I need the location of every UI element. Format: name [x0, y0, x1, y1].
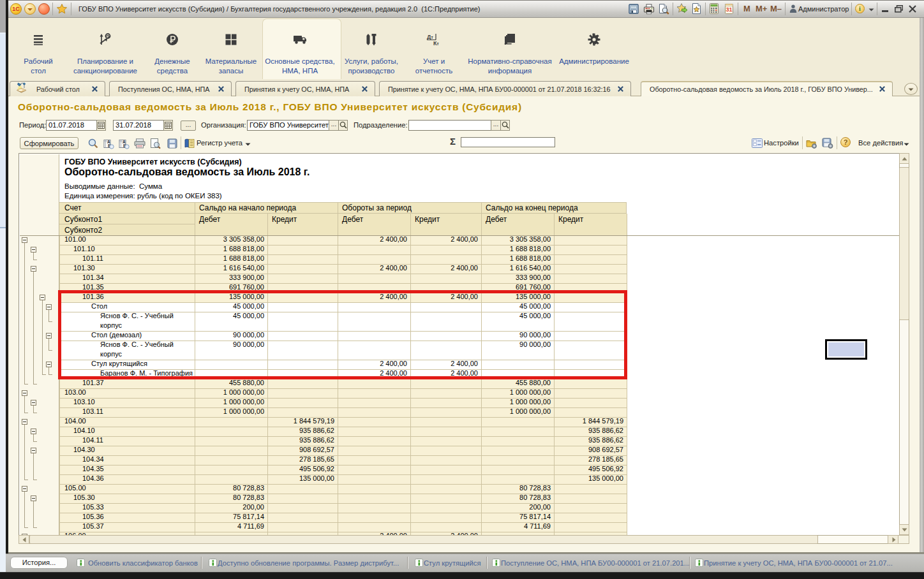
svg-text:Кт: Кт	[433, 40, 439, 46]
svg-text:Дт: Дт	[427, 34, 433, 40]
svg-text:31: 31	[726, 6, 732, 13]
